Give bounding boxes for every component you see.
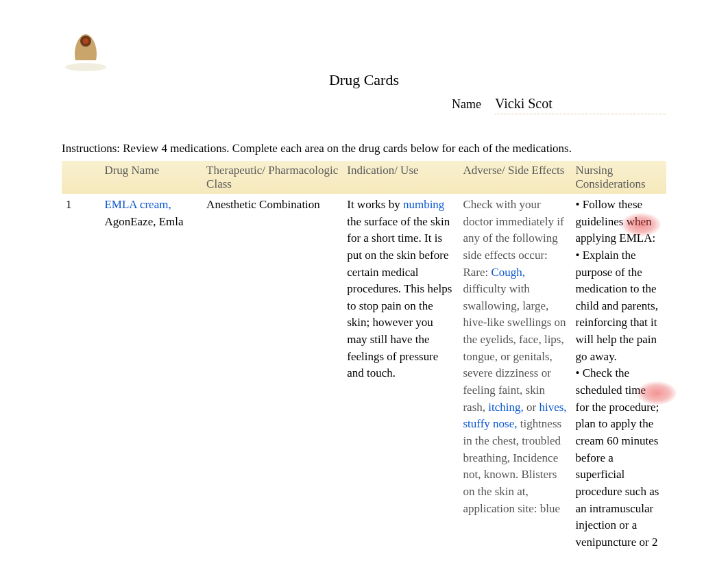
col-header-indication: Indication/ Use — [343, 161, 459, 194]
svg-point-2 — [83, 38, 88, 44]
col-header-adverse: Adverse/ Side Effects — [459, 161, 571, 194]
adverse-mid1: difficulty with swallowing, large, hive-… — [463, 282, 566, 413]
adverse-link-cough[interactable]: Cough, — [492, 266, 526, 279]
name-row: Name Vicki Scot — [62, 96, 666, 114]
svg-point-0 — [65, 63, 106, 71]
col-header-nursing: Nursing Considerations — [572, 161, 666, 194]
indication-pre: It works by — [347, 198, 403, 211]
page-title: Drug Cards — [62, 71, 666, 89]
indication-post: the surface of the skin for a short time… — [347, 215, 452, 380]
col-header-drug: Drug Name — [100, 161, 202, 194]
col-header-class: Therapeutic/ Pharmacologic Class — [202, 161, 343, 194]
drug-name-rest: AgonEaze, Emla — [104, 215, 183, 228]
adverse-link-itching[interactable]: itching, — [488, 401, 523, 414]
name-value: Vicki Scot — [495, 96, 666, 114]
cell-num: 1 — [62, 194, 100, 553]
cell-indication: It works by numbing the surface of the s… — [343, 194, 459, 553]
col-header-num — [62, 161, 100, 194]
document-page: Drug Cards Name Vicki Scot Instructions:… — [0, 0, 728, 563]
nursing-text: • Follow these guidelines when applying … — [576, 197, 662, 551]
drug-table-wrap: Drug Name Therapeutic/ Pharmacologic Cla… — [62, 161, 666, 553]
table-header-row: Drug Name Therapeutic/ Pharmacologic Cla… — [62, 161, 666, 194]
cell-adverse: Check with your doctor immediately if an… — [459, 194, 571, 553]
logo — [62, 27, 110, 75]
table-row: 1 EMLA cream, AgonEaze, Emla Anesthetic … — [62, 194, 666, 553]
indication-link[interactable]: numbing — [403, 198, 444, 211]
adverse-mid2: or — [524, 401, 539, 414]
name-label: Name — [452, 97, 481, 112]
cell-drug: EMLA cream, AgonEaze, Emla — [100, 194, 202, 553]
drug-name-link[interactable]: EMLA cream, — [104, 198, 171, 211]
cell-nursing: • Follow these guidelines when applying … — [572, 194, 666, 553]
cell-class: Anesthetic Combination — [202, 194, 343, 553]
instructions-text: Instructions: Review 4 medications. Comp… — [62, 142, 666, 155]
drug-table: Drug Name Therapeutic/ Pharmacologic Cla… — [62, 161, 666, 553]
adverse-tail: tightness in the chest, troubled breathi… — [463, 417, 561, 514]
